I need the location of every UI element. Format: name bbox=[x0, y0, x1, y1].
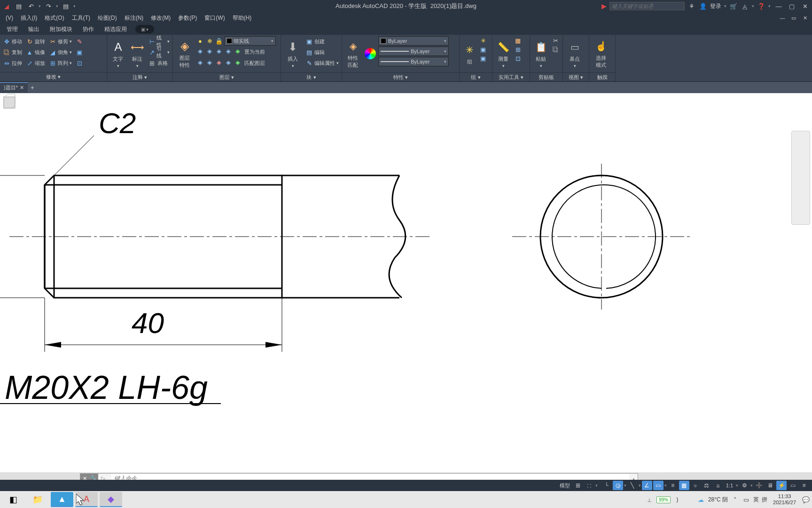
redo-icon[interactable]: ↷ bbox=[44, 2, 53, 10]
annoscale-toggle[interactable]: ⚖ bbox=[702, 481, 712, 490]
file-tab-add[interactable]: + bbox=[28, 84, 37, 91]
clock[interactable]: 11:33 2021/6/27 bbox=[770, 493, 799, 506]
paste-button[interactable]: 📋 粘贴▾ bbox=[531, 36, 550, 71]
cut-icon[interactable]: ✂ bbox=[551, 36, 560, 45]
l3-icon[interactable]: ◈ bbox=[215, 47, 223, 55]
stretch-button[interactable]: ⇔拉伸 bbox=[1, 58, 23, 68]
cycle-toggle[interactable]: ⟐ bbox=[690, 481, 701, 490]
task-autocad[interactable]: A bbox=[75, 492, 98, 507]
layer-props-button[interactable]: ◈ 图层 特性 bbox=[174, 36, 195, 71]
color-button[interactable] bbox=[363, 36, 377, 71]
ime-lang[interactable]: 英 bbox=[753, 496, 759, 504]
tab-addins[interactable]: 附加模块 bbox=[45, 24, 77, 34]
g3-icon[interactable]: ▣ bbox=[479, 54, 487, 63]
menu-window[interactable]: 窗口(W) bbox=[201, 13, 228, 23]
u3-icon[interactable]: ⊡ bbox=[514, 54, 522, 63]
help-icon[interactable]: ❓ bbox=[757, 2, 765, 10]
g2-icon[interactable]: ▣ bbox=[479, 45, 487, 54]
minimize-button[interactable]: — bbox=[773, 2, 784, 10]
tab-search[interactable]: ▣ ▾ bbox=[135, 25, 154, 33]
trim-button[interactable]: ✂修剪▾ bbox=[47, 36, 73, 47]
menu-draw[interactable]: 绘图(D) bbox=[94, 13, 121, 23]
snap-toggle[interactable]: ⸬ bbox=[584, 481, 594, 490]
save-icon[interactable]: ▤ bbox=[14, 2, 23, 10]
custom-toggle[interactable]: ≡ bbox=[799, 481, 809, 490]
print-icon[interactable]: ▤ bbox=[61, 2, 70, 10]
otrack-toggle[interactable]: ∠ bbox=[642, 481, 652, 490]
menu-tools[interactable]: 工具(T) bbox=[68, 13, 94, 23]
measure-button[interactable]: 📏 测量▾ bbox=[494, 36, 513, 71]
grid-toggle[interactable]: ⊞ bbox=[573, 481, 583, 490]
ortho-toggle[interactable]: └ bbox=[601, 481, 612, 490]
tab-manage[interactable]: 管理 bbox=[2, 24, 23, 34]
menu-v[interactable]: (V) bbox=[2, 13, 17, 23]
osnap-toggle[interactable]: ▭ bbox=[653, 481, 664, 490]
menu-modify[interactable]: 修改(M) bbox=[147, 13, 174, 23]
tray-i2[interactable]: ⟩ bbox=[673, 495, 682, 504]
autodesk-icon[interactable]: ◬ bbox=[741, 2, 749, 10]
tab-featured[interactable]: 精选应用 bbox=[100, 24, 132, 34]
status-model[interactable]: 模型 bbox=[558, 482, 572, 489]
insert-button[interactable]: ⬇ 插入▾ bbox=[282, 36, 303, 71]
copy-button[interactable]: ⿻复制 bbox=[1, 47, 23, 57]
edit-attr-button[interactable]: ✎编辑属性▾ bbox=[304, 58, 340, 68]
task-app1[interactable]: ◧ bbox=[2, 492, 24, 507]
tab-output[interactable]: 输出 bbox=[23, 24, 44, 34]
erase-button[interactable]: ✎ bbox=[74, 36, 85, 47]
l1-icon[interactable]: ◈ bbox=[196, 47, 204, 55]
share-icon[interactable]: ⚘ bbox=[687, 2, 696, 10]
menu-param[interactable]: 参数(P) bbox=[174, 13, 201, 23]
hw-toggle[interactable]: ⚡ bbox=[776, 481, 787, 490]
u1-icon[interactable]: ▦ bbox=[514, 36, 522, 45]
match-layer-button[interactable]: 匹配图层 bbox=[243, 58, 266, 68]
doc-restore[interactable]: ▭ bbox=[789, 14, 799, 22]
nav-bar[interactable] bbox=[791, 131, 810, 225]
l8-icon[interactable]: ◈ bbox=[215, 58, 223, 66]
leader-button[interactable]: ↗引线▾ bbox=[147, 47, 171, 57]
table-button[interactable]: ⊞表格 bbox=[147, 58, 171, 68]
iso-toggle[interactable]: ╲ bbox=[627, 481, 638, 490]
l9-icon[interactable]: ◈ bbox=[224, 58, 233, 66]
file-tab-close[interactable]: ✕ bbox=[20, 85, 24, 91]
g1-icon[interactable]: ✳ bbox=[479, 36, 487, 45]
cart-icon[interactable]: 🛒 bbox=[729, 2, 738, 10]
polar-toggle[interactable]: ◶ bbox=[613, 481, 623, 490]
task-app3[interactable]: ◆ bbox=[100, 492, 122, 507]
dim-button[interactable]: ⟷ 标注▾ bbox=[129, 36, 146, 71]
l2-icon[interactable]: ◈ bbox=[205, 47, 214, 55]
chevron-up-icon[interactable]: ˄ bbox=[731, 495, 739, 504]
set-current-button[interactable]: 置为当前 bbox=[243, 47, 266, 57]
ws-toggle[interactable]: ➕ bbox=[754, 481, 764, 490]
clean-toggle[interactable]: ▭ bbox=[788, 481, 798, 490]
base-button[interactable]: ▭ 基点▾ bbox=[564, 36, 585, 71]
doc-close[interactable]: ✕ bbox=[800, 14, 810, 22]
tray-vol[interactable]: ▭ bbox=[742, 495, 750, 504]
doc-minimize[interactable]: — bbox=[777, 14, 788, 22]
offset-button[interactable]: ⊡ bbox=[74, 58, 85, 68]
notif-icon[interactable]: 💬 bbox=[802, 495, 810, 504]
app-menu-icon[interactable]: ◢ bbox=[2, 2, 11, 10]
close-button[interactable]: ✕ bbox=[800, 2, 810, 10]
l4-icon[interactable]: ◈ bbox=[224, 47, 233, 55]
menu-dim[interactable]: 标注(N) bbox=[121, 13, 148, 23]
l7-icon[interactable]: ◈ bbox=[205, 58, 214, 66]
group-button[interactable]: ✳ 组 bbox=[461, 36, 478, 71]
search-input[interactable] bbox=[609, 2, 685, 10]
move-button[interactable]: ✥移动 bbox=[1, 36, 23, 47]
u2-icon[interactable]: ⊞ bbox=[514, 45, 522, 54]
l6-icon[interactable]: ◈ bbox=[196, 58, 204, 66]
lineweight-dropdown[interactable]: ByLayer▾ bbox=[378, 47, 449, 56]
menu-help[interactable]: 帮助(H) bbox=[229, 13, 256, 23]
create-block-button[interactable]: ▣创建 bbox=[304, 36, 340, 47]
lock-icon[interactable]: 🔒 bbox=[215, 37, 223, 45]
fillet-button[interactable]: ◢倒角▾ bbox=[47, 47, 73, 57]
status-scale[interactable]: 1:1 bbox=[724, 483, 735, 488]
scale-button[interactable]: ⤢缩放 bbox=[24, 58, 47, 68]
ime-mode[interactable]: 拼 bbox=[762, 496, 767, 504]
array-button[interactable]: ⊞阵列▾ bbox=[47, 58, 73, 68]
color-dropdown[interactable]: ByLayer▾ bbox=[378, 36, 449, 46]
user-icon[interactable]: 👤 bbox=[699, 2, 707, 10]
lineweight-toggle[interactable]: ≡ bbox=[668, 481, 678, 490]
gear-toggle[interactable]: ⚙ bbox=[739, 481, 750, 490]
rotate-button[interactable]: ↻旋转 bbox=[24, 36, 47, 47]
